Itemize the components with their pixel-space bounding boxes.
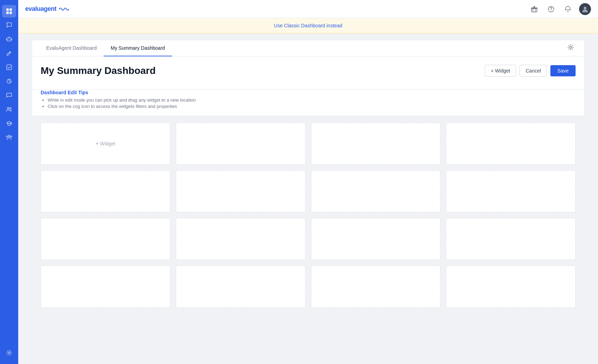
svg-point-5 — [8, 39, 9, 40]
sidebar-item-home[interactable] — [2, 5, 16, 18]
sidebar-item-graduation[interactable] — [2, 117, 16, 130]
widget-cell-1-2[interactable] — [311, 170, 441, 212]
edit-tips: Dashboard Edit Tips While in edit mode y… — [32, 90, 584, 116]
svg-rect-4 — [7, 38, 11, 41]
sidebar-item-edit[interactable] — [2, 47, 16, 60]
sidebar-item-users[interactable] — [2, 103, 16, 116]
svg-point-12 — [6, 136, 8, 137]
widget-cell-0-0[interactable]: + Widget — [41, 123, 170, 165]
page-content: EvaluAgent Dashboard My Summary Dashboar… — [18, 33, 598, 364]
topbar: evaluagent — [18, 0, 598, 18]
sidebar-item-chart[interactable] — [2, 75, 16, 88]
classic-dashboard-banner: Use Classic Dashboard instead — [18, 18, 598, 33]
dashboard-title: My Summary Dashboard — [41, 65, 156, 76]
svg-point-11 — [8, 135, 10, 137]
dashboard-container: EvaluAgent Dashboard My Summary Dashboar… — [18, 33, 598, 322]
classic-dashboard-link[interactable]: Use Classic Dashboard instead — [274, 23, 342, 28]
widget-cell-0-3[interactable] — [446, 123, 576, 165]
svg-rect-2 — [6, 12, 9, 14]
tabs: EvaluAgent Dashboard My Summary Dashboar… — [39, 40, 172, 56]
logo: evaluagent — [25, 5, 69, 13]
add-widget-button[interactable]: + Widget — [485, 65, 516, 77]
widget-cell-2-1[interactable] — [176, 218, 305, 260]
tab-my-summary-dashboard[interactable]: My Summary Dashboard — [104, 40, 172, 56]
user-avatar[interactable] — [579, 3, 591, 15]
widget-cell-3-2[interactable] — [311, 266, 441, 308]
tab-evaluagent-dashboard[interactable]: EvaluAgent Dashboard — [39, 40, 104, 56]
svg-point-19 — [551, 11, 551, 11]
main-content: evaluagent — [18, 0, 598, 364]
sidebar-item-team[interactable] — [2, 131, 16, 144]
dashboard-header: My Summary Dashboard + Widget Cancel Sav… — [32, 56, 584, 90]
widget-cell-1-3[interactable] — [446, 170, 576, 212]
widget-cell-0-1[interactable] — [176, 123, 305, 165]
svg-point-7 — [9, 36, 9, 37]
svg-point-20 — [584, 7, 586, 9]
widget-cell-3-0[interactable] — [41, 266, 170, 308]
logo-wave-icon — [59, 6, 69, 12]
widget-cell-2-3[interactable] — [446, 218, 576, 260]
svg-point-21 — [570, 46, 572, 48]
widget-cell-1-1[interactable] — [176, 170, 305, 212]
widget-cell-2-2[interactable] — [311, 218, 441, 260]
sidebar-item-message[interactable] — [2, 89, 16, 102]
svg-rect-1 — [9, 8, 12, 11]
widget-grid: + Widget — [41, 123, 576, 308]
sidebar — [0, 0, 18, 364]
widget-cell-3-1[interactable] — [176, 266, 305, 308]
svg-point-6 — [10, 39, 11, 40]
edit-tip-1: While in edit mode you can pick up and d… — [48, 97, 576, 103]
add-widget-cell-label: + Widget — [95, 140, 115, 147]
widget-cell-0-2[interactable] — [311, 123, 441, 165]
dashboard-actions: + Widget Cancel Save — [485, 65, 576, 77]
sidebar-item-settings[interactable] — [2, 346, 16, 359]
edit-tips-list: While in edit mode you can pick up and d… — [41, 97, 576, 109]
svg-rect-8 — [7, 65, 12, 70]
svg-rect-0 — [6, 8, 9, 11]
notification-icon-button[interactable] — [562, 4, 573, 15]
dashboard-title-row: My Summary Dashboard + Widget Cancel Sav… — [41, 65, 576, 77]
svg-point-14 — [8, 352, 10, 354]
help-icon-button[interactable] — [545, 4, 557, 15]
sidebar-item-check[interactable] — [2, 61, 16, 74]
cancel-button[interactable]: Cancel — [520, 65, 547, 77]
edit-tip-2: Click on the cog icon to access the widg… — [48, 104, 576, 109]
widget-grid-area: + Widget — [32, 116, 584, 315]
topbar-actions — [529, 3, 591, 15]
tabs-bar: EvaluAgent Dashboard My Summary Dashboar… — [32, 40, 584, 56]
svg-point-10 — [10, 108, 11, 109]
svg-rect-3 — [9, 12, 12, 14]
widget-cell-3-3[interactable] — [446, 266, 576, 308]
widget-cell-1-0[interactable] — [41, 170, 170, 212]
widget-cell-2-0[interactable] — [41, 218, 170, 260]
svg-point-9 — [7, 108, 9, 109]
sidebar-item-bot[interactable] — [2, 33, 16, 46]
logo-text: evaluagent — [25, 5, 56, 13]
gift-icon-button[interactable] — [529, 4, 540, 15]
edit-tips-title: Dashboard Edit Tips — [41, 90, 576, 95]
save-button[interactable]: Save — [550, 65, 576, 76]
tabs-settings-icon[interactable] — [564, 41, 577, 55]
sidebar-item-chat[interactable] — [2, 19, 16, 32]
svg-point-13 — [11, 136, 12, 137]
